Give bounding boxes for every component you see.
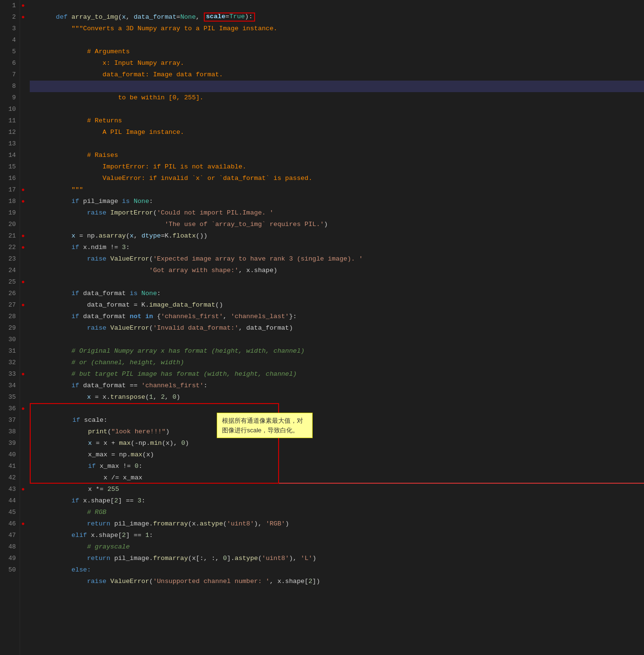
bp-48 xyxy=(20,541,26,553)
code-line-13: # Raises xyxy=(30,138,644,150)
code-line-25[interactable]: if data_format is None: xyxy=(30,276,644,288)
fn-valueerror50: ValueError xyxy=(110,578,149,585)
bp-31 xyxy=(20,345,26,357)
ln-28: 28 xyxy=(0,311,16,322)
code-line-43[interactable]: if x.shape[2] == 3: xyxy=(30,484,644,495)
code-line-47: # grayscale xyxy=(30,530,644,541)
bp-7 xyxy=(20,69,26,81)
bp-41 xyxy=(20,461,26,472)
code-line-35: #if scale is None: xyxy=(30,392,644,403)
code-line-40: if x_max != 0: xyxy=(30,449,644,461)
code-line-42: x *= 255 xyxy=(30,472,644,484)
ln-18: 18 xyxy=(0,196,16,207)
code-line-14: ImportError: if PIL is not available. xyxy=(30,150,644,161)
ln-23: 23 xyxy=(0,253,16,265)
bp-22[interactable]: ● xyxy=(20,242,26,253)
code-line-27[interactable]: if data_format not in {'channels_first',… xyxy=(30,299,644,311)
bp-43[interactable]: ● xyxy=(20,484,26,495)
ln-43: 43 xyxy=(0,484,16,495)
ln-7: 7 xyxy=(0,69,16,81)
bp-33[interactable]: ● xyxy=(20,369,26,380)
ln-50: 50 xyxy=(0,564,16,576)
code-line-6: data_format: Image data format. xyxy=(30,58,644,69)
ln-26: 26 xyxy=(0,288,16,299)
code-line-18[interactable]: raise ImportError('Could not import PIL.… xyxy=(30,196,644,207)
code-container: 1 2 3 4 5 6 7 8 9 10 11 12 13 14 15 16 1… xyxy=(0,0,644,655)
bp-37 xyxy=(20,415,26,426)
bp-27[interactable]: ● xyxy=(20,299,26,311)
bp-21[interactable]: ● xyxy=(20,230,26,242)
ln-16: 16 xyxy=(0,173,16,184)
ln-22: 22 xyxy=(0,242,16,253)
bp-49 xyxy=(20,553,26,564)
bp-32 xyxy=(20,357,26,369)
ln-12: 12 xyxy=(0,127,16,138)
ln-6: 6 xyxy=(0,58,16,69)
ln-11: 11 xyxy=(0,115,16,127)
ln-25: 25 xyxy=(0,276,16,288)
ln-34: 34 xyxy=(0,380,16,392)
code-line-21[interactable]: if x.ndim != 3: xyxy=(30,230,644,242)
bp-15 xyxy=(20,161,26,173)
bp-13 xyxy=(20,138,26,150)
ln-45: 45 xyxy=(0,507,16,518)
code-line-4: # Arguments xyxy=(30,35,644,46)
comma50: , x.shape[ xyxy=(269,578,308,585)
bracket50: ]) xyxy=(312,578,320,585)
code-line-29 xyxy=(30,322,644,334)
bp-28 xyxy=(20,311,26,322)
code-line-1[interactable]: def array_to_img(x, data_format=None, sc… xyxy=(30,0,644,12)
bp-6 xyxy=(20,58,26,69)
bp-2[interactable]: ● xyxy=(20,12,26,23)
bp-36[interactable]: ● xyxy=(20,403,26,415)
bp-24 xyxy=(20,265,26,276)
bp-45 xyxy=(20,507,26,518)
bp-1[interactable]: ● xyxy=(20,0,26,12)
ln-33: 33 xyxy=(0,369,16,380)
code-line-33[interactable]: if data_format == 'channels_first': xyxy=(30,369,644,380)
code-line-32: # but target PIL image has format (width… xyxy=(30,357,644,369)
code-line-46[interactable]: elif x.shape[2] == 1: xyxy=(30,518,644,530)
bp-8 xyxy=(20,81,26,92)
bp-34 xyxy=(20,380,26,392)
code-line-9 xyxy=(30,92,644,104)
bp-17[interactable]: ● xyxy=(20,184,26,196)
bp-10 xyxy=(20,104,26,115)
code-line-7: scale: Whether to rescale image values xyxy=(30,69,644,81)
ln-31: 31 xyxy=(0,345,16,357)
code-line-37: print("look here!!!") xyxy=(30,415,644,426)
code-line-39: x_max = np.max(x) xyxy=(30,438,644,449)
code-line-23: 'Got array with shape:', x.shape) xyxy=(30,253,644,265)
ln-17: 17 xyxy=(0,184,16,196)
ln-10: 10 xyxy=(0,104,16,115)
ln-29: 29 xyxy=(0,322,16,334)
ln-5: 5 xyxy=(0,46,16,58)
code-line-38: x = x + max(-np.min(x), 0) xyxy=(30,426,644,438)
ln-48: 48 xyxy=(0,541,16,553)
bp-20 xyxy=(20,219,26,230)
code-line-49: else: xyxy=(30,553,644,564)
code-line-2[interactable]: """Converts a 3D Numpy array to a PIL Im… xyxy=(30,12,644,23)
bp-11 xyxy=(20,115,26,127)
bp-46[interactable]: ● xyxy=(20,518,26,530)
ln-27: 27 xyxy=(0,299,16,311)
ln-32: 32 xyxy=(0,357,16,369)
code-area: def array_to_img(x, data_format=None, sc… xyxy=(30,0,644,655)
bp-5 xyxy=(20,46,26,58)
ln-40: 40 xyxy=(0,449,16,461)
bp-29 xyxy=(20,322,26,334)
code-line-30: # Original Numpy array x has format (hei… xyxy=(30,334,644,345)
ln-49: 49 xyxy=(0,553,16,564)
ln-8: 8 xyxy=(0,81,16,92)
code-line-15: ValueError: if invalid `x` or `data_form… xyxy=(30,161,644,173)
code-line-17[interactable]: if pil_image is None: xyxy=(30,184,644,196)
code-line-12 xyxy=(30,127,644,138)
bp-25[interactable]: ● xyxy=(20,276,26,288)
bp-42 xyxy=(20,472,26,484)
code-line-36[interactable]: if scale: xyxy=(30,403,644,415)
ln-21: 21 xyxy=(0,230,16,242)
bp-18[interactable]: ● xyxy=(20,196,26,207)
code-line-34: x = x.transpose(1, 2, 0) xyxy=(30,380,644,392)
paren50a: ( xyxy=(149,578,153,585)
code-line-22[interactable]: raise ValueError('Expected image array t… xyxy=(30,242,644,253)
